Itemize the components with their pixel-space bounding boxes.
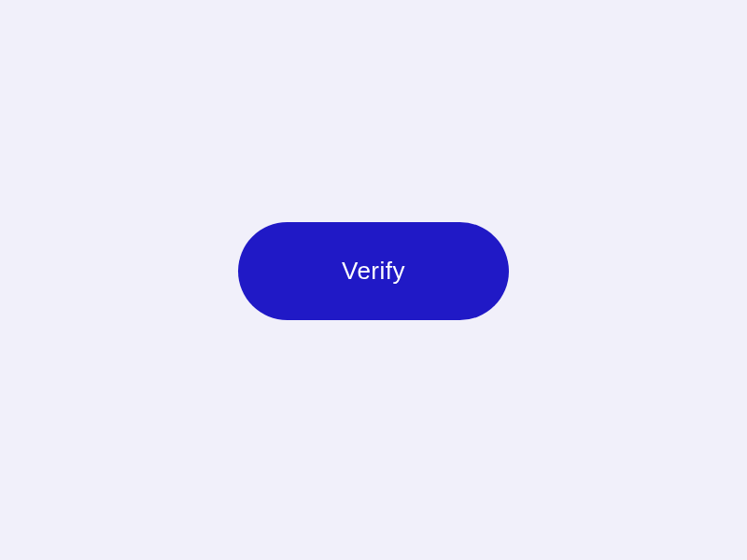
verify-button-label: Verify (342, 257, 405, 286)
verify-button[interactable]: Verify (238, 222, 509, 320)
